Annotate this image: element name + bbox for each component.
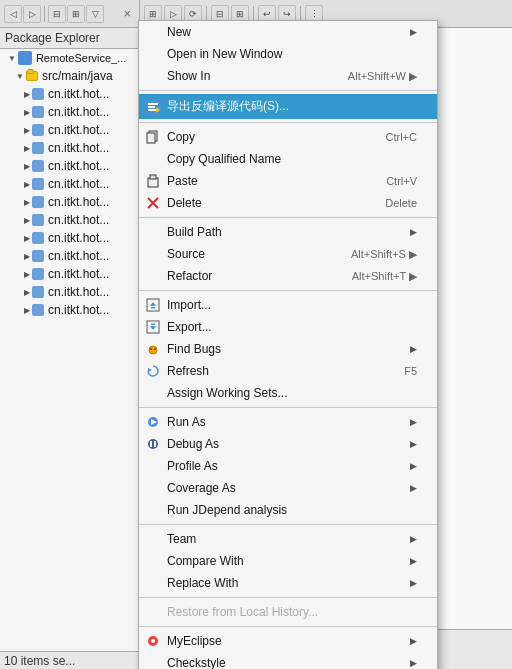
context-menu: New Open in New Window Show In Alt+Shift… [138,20,438,669]
menu-item-refactor[interactable]: Refactor Alt+Shift+T ▶ [139,265,437,287]
svg-rect-1 [148,103,158,105]
package-explorer-panel: ◁ ▷ ⊟ ⊞ ▽ × Package Explorer ▼ RemoteSer… [0,0,140,669]
menu-item-run-as-label: Run As [167,415,402,429]
package-label: cn.itkt.hot... [48,159,109,173]
list-item[interactable]: ▶ cn.itkt.hot... [0,85,139,103]
svg-point-19 [154,348,156,350]
svg-marker-15 [150,326,156,330]
menu-item-profile-as-label: Profile As [167,459,402,473]
project-label: RemoteService_... [36,52,126,64]
menu-item-compare-with[interactable]: Compare With [139,550,437,572]
svg-marker-20 [148,368,152,372]
menu-item-build-path[interactable]: Build Path [139,221,437,243]
menu-item-refresh[interactable]: Refresh F5 [139,360,437,382]
toolbar-sep-1 [44,6,45,22]
menu-item-delete[interactable]: Delete Delete [139,192,437,214]
list-item[interactable]: ▶ cn.itkt.hot... [0,121,139,139]
package-label: cn.itkt.hot... [48,123,109,137]
project-icon [18,51,32,65]
menu-item-show-in[interactable]: Show In Alt+Shift+W ▶ [139,65,437,87]
run-jdepend-icon [145,502,161,518]
menu-item-coverage-as[interactable]: Coverage As [139,477,437,499]
menu-item-myeclipse[interactable]: MyEclipse [139,630,437,652]
package-icon [32,88,44,100]
toolbar-btn-link[interactable]: ⊞ [67,5,85,23]
menu-item-restore-history[interactable]: Restore from Local History... [139,601,437,623]
separator-3 [139,217,437,218]
src-folder-icon [26,71,38,81]
compare-icon [145,553,161,569]
menu-item-copy[interactable]: Copy Ctrl+C [139,126,437,148]
toolbar-btn-back[interactable]: ◁ [4,5,22,23]
list-item[interactable]: ▶ cn.itkt.hot... [0,229,139,247]
menu-item-decompile[interactable]: 导出反编译源代码(S)... [139,94,437,119]
menu-item-copy-qualified-label: Copy Qualified Name [167,152,417,166]
tree-item-src[interactable]: ▼ src/main/java [0,67,139,85]
menu-item-copy-qualified[interactable]: Copy Qualified Name [139,148,437,170]
panel-close-btn[interactable]: × [119,6,135,21]
menu-item-profile-as[interactable]: Profile As [139,455,437,477]
package-label: cn.itkt.hot... [48,195,109,209]
menu-item-source[interactable]: Source Alt+Shift+S ▶ [139,243,437,265]
menu-item-find-bugs[interactable]: Find Bugs [139,338,437,360]
refresh-icon [145,363,161,379]
list-item[interactable]: ▶ cn.itkt.hot... [0,139,139,157]
package-label: cn.itkt.hot... [48,87,109,101]
toolbar-btn-menu[interactable]: ▽ [86,5,104,23]
menu-item-run-as[interactable]: Run As [139,411,437,433]
package-label: cn.itkt.hot... [48,177,109,191]
svg-point-17 [149,346,157,354]
list-item[interactable]: ▶ cn.itkt.hot... [0,103,139,121]
find-bugs-icon [145,341,161,357]
menu-item-delete-label: Delete [167,196,385,210]
refactor-icon [145,268,161,284]
menu-item-run-jdepend-label: Run JDepend analysis [167,503,417,517]
copy-icon [145,129,161,145]
menu-item-replace-with[interactable]: Replace With [139,572,437,594]
menu-item-checkstyle[interactable]: Checkstyle [139,652,437,669]
source-icon [145,246,161,262]
source-shortcut: Alt+Shift+S ▶ [351,248,417,261]
separator-2 [139,122,437,123]
status-bar: 10 items se... [0,651,140,669]
package-tree: ▼ RemoteService_... ▼ src/main/java ▶ cn… [0,49,139,319]
package-icon [32,286,44,298]
menu-item-export[interactable]: Export... [139,316,437,338]
menu-item-source-label: Source [167,247,351,261]
menu-item-run-jdepend[interactable]: Run JDepend analysis [139,499,437,521]
delete-icon [145,195,161,211]
tree-item-project[interactable]: ▼ RemoteService_... [0,49,139,67]
separator-4 [139,290,437,291]
toolbar-btn-forward[interactable]: ▷ [23,5,41,23]
package-icon [32,124,44,136]
list-item[interactable]: ▶ cn.itkt.hot... [0,301,139,319]
toolbar-btn-collapse[interactable]: ⊟ [48,5,66,23]
list-item[interactable]: ▶ cn.itkt.hot... [0,265,139,283]
list-item[interactable]: ▶ cn.itkt.hot... [0,175,139,193]
menu-item-team-label: Team [167,532,402,546]
menu-item-debug-as[interactable]: Debug As [139,433,437,455]
menu-item-checkstyle-label: Checkstyle [167,656,402,669]
svg-point-18 [150,348,152,350]
menu-item-assign-working-sets[interactable]: Assign Working Sets... [139,382,437,404]
menu-item-assign-label: Assign Working Sets... [167,386,417,400]
menu-item-paste[interactable]: Paste Ctrl+V [139,170,437,192]
menu-item-open-new-window[interactable]: Open in New Window [139,43,437,65]
menu-item-new[interactable]: New [139,21,437,43]
list-item[interactable]: ▶ cn.itkt.hot... [0,211,139,229]
menu-item-import[interactable]: Import... [139,294,437,316]
separator-1 [139,90,437,91]
status-text: 10 items se... [4,654,75,668]
svg-rect-8 [150,175,156,179]
list-item[interactable]: ▶ cn.itkt.hot... [0,247,139,265]
src-label: src/main/java [42,69,113,83]
package-icon [32,160,44,172]
menu-item-team[interactable]: Team [139,528,437,550]
debug-as-icon [145,436,161,452]
list-item[interactable]: ▶ cn.itkt.hot... [0,157,139,175]
list-item[interactable]: ▶ cn.itkt.hot... [0,283,139,301]
svg-marker-12 [150,302,156,306]
package-label: cn.itkt.hot... [48,285,109,299]
menu-item-paste-label: Paste [167,174,386,188]
list-item[interactable]: ▶ cn.itkt.hot... [0,193,139,211]
